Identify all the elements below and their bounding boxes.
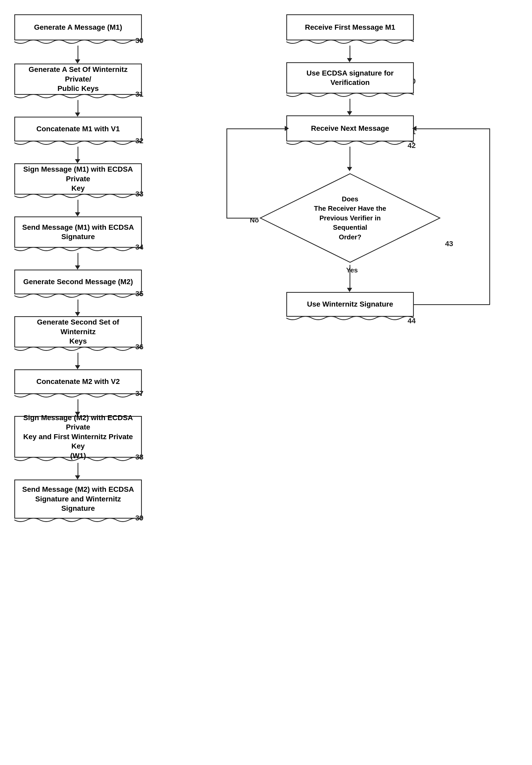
arrowhead-33-34 [75, 212, 80, 217]
wavy-36 [14, 348, 142, 353]
wavy-ecdsa-verify [286, 94, 414, 99]
wavy-37 [14, 394, 142, 399]
box-concat-m2-v2: Concatenate M2 with V2 [14, 370, 142, 394]
arrow-no-h [226, 218, 258, 219]
label-yes: Yes [346, 266, 358, 274]
arrow-36-37 [78, 353, 78, 367]
arrow-32-33 [78, 147, 78, 161]
arrowhead-feedback [412, 126, 416, 131]
step-44: 44 [407, 317, 416, 325]
wavy-recv-first [286, 40, 414, 46]
arrow-no-h2 [226, 128, 287, 129]
box-receive-next: Receive Next Message [286, 115, 414, 141]
wavy-recv-next [286, 141, 414, 147]
diamond-verifier-check: DoesThe Receiver Have thePrevious Verifi… [258, 171, 442, 265]
arrow-no-v [226, 128, 227, 218]
arrowhead-recv-first-ecdsa [347, 58, 352, 62]
arrow-38-39 [78, 463, 78, 477]
box-send-m1-ecdsa: Send Message (M1) with ECDSASignature [14, 217, 142, 248]
arrow-yes-v [350, 265, 350, 290]
arrow-ecdsa-recv-next [350, 99, 350, 113]
wavy-30 [14, 40, 142, 46]
label-no: No [250, 216, 259, 224]
box-use-winternitz: Use Winternitz Signature [286, 292, 414, 317]
arrowhead-34-35 [75, 266, 80, 270]
box-sign-m2-ecdsa-winternitz: Sign Message (M2) with ECDSA PrivateKey … [14, 416, 142, 458]
wavy-34 [14, 248, 142, 253]
wavy-38 [14, 458, 142, 463]
box-receive-first-m1: Receive First Message M1 [286, 14, 414, 40]
arrowhead-yes [347, 288, 352, 292]
arrowhead-38-39 [75, 475, 80, 479]
feedback-line-h1 [414, 128, 490, 129]
fb-v2 [489, 243, 490, 305]
box-winternitz-keys-2: Generate Second Set of WinternitzKeys [14, 316, 142, 348]
fb-h1 [414, 304, 490, 305]
step-42: 42 [407, 141, 416, 150]
arrowhead-ecdsa-recv-next [347, 111, 352, 115]
arrow-33-34 [78, 200, 78, 214]
step-43: 43 [445, 240, 453, 248]
wavy-32 [14, 141, 142, 147]
arrowhead-32-33 [75, 159, 80, 163]
arrowhead-31-32 [75, 113, 80, 117]
arrowhead-30-31 [75, 59, 80, 64]
arrowhead-recv-next-diamond [347, 167, 352, 171]
wavy-39 [14, 518, 142, 524]
arrow-31-32 [78, 100, 78, 114]
flowchart-diagram: Generate A Message (M1) 30 Generate A Se… [0, 0, 532, 765]
wavy-33 [14, 195, 142, 200]
wavy-35 [14, 294, 142, 300]
box-ecdsa-verify: Use ECDSA signature forVerification [286, 62, 414, 94]
arrowhead-35-36 [75, 312, 80, 316]
arrowhead-no [285, 126, 289, 131]
box-winternitz-keys: Generate A Set Of Winternitz Private/Pub… [14, 64, 142, 95]
feedback-line-v1 [489, 128, 490, 243]
box-sign-m1-ecdsa: Sign Message (M1) with ECDSA PrivateKey [14, 163, 142, 195]
arrow-recv-next-diamond [350, 147, 350, 169]
wavy-winternitz [286, 317, 414, 322]
wavy-31 [14, 95, 142, 100]
box-generate-message-m1: Generate A Message (M1) [14, 14, 142, 40]
box-generate-m2: Generate Second Message (M2) [14, 270, 142, 294]
arrow-30-31 [78, 46, 78, 61]
diamond-label: DoesThe Receiver Have thePrevious Verifi… [298, 189, 402, 247]
arrow-37-38 [78, 399, 78, 413]
arrow-recv-first-ecdsa [350, 46, 350, 60]
arrow-34-35 [78, 253, 78, 267]
arrowhead-36-37 [75, 365, 80, 370]
box-concat-m1-v1: Concatenate M1 with V1 [14, 117, 142, 141]
box-send-m2: Send Message (M2) with ECDSASignature an… [14, 479, 142, 518]
arrow-35-36 [78, 300, 78, 314]
